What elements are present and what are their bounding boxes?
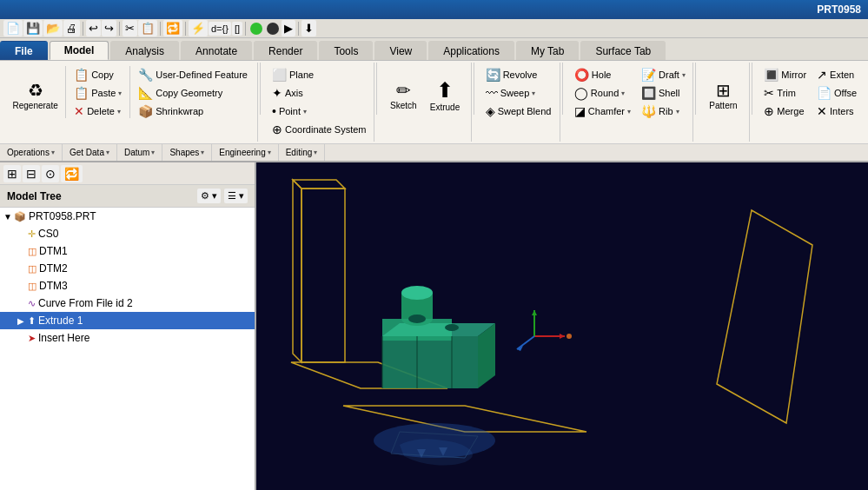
tree-item-dtm3[interactable]: ◫ DTM3 bbox=[0, 277, 255, 295]
tree-cols-btn[interactable]: ☰ ▾ bbox=[224, 189, 248, 203]
pattern-button[interactable]: ⊞ Pattern bbox=[703, 66, 743, 125]
tab-analysis[interactable]: Analysis bbox=[110, 41, 179, 60]
coord-system-button[interactable]: ⊕ Coordinate System bbox=[268, 121, 371, 138]
user-defined-feature-button[interactable]: 🔧 User-Defined Feature bbox=[134, 66, 252, 83]
merge-label: Merge bbox=[777, 106, 804, 116]
shell-icon: 🔲 bbox=[641, 87, 656, 99]
redo-btn[interactable]: ↪ bbox=[102, 20, 116, 36]
offset-icon: 📄 bbox=[817, 87, 832, 99]
label-shapes-text: Shapes bbox=[169, 148, 199, 157]
save-btn[interactable]: 💾 bbox=[23, 20, 43, 36]
paste-button[interactable]: 📋 Paste ▾ bbox=[70, 84, 126, 102]
ribbon-group-pattern: ⊞ Pattern bbox=[698, 63, 750, 142]
label-shapes[interactable]: Shapes ▾ bbox=[162, 144, 212, 161]
copy-qa-btn[interactable]: 📋 bbox=[138, 20, 157, 36]
tree-settings-btn[interactable]: ⚙ ▾ bbox=[197, 189, 221, 203]
new-btn[interactable]: 📄 bbox=[3, 20, 23, 36]
swept-blend-icon: ◈ bbox=[486, 105, 495, 117]
label-editing[interactable]: Editing ▾ bbox=[279, 144, 326, 161]
point-arrow: ▾ bbox=[303, 108, 307, 116]
tab-tools[interactable]: Tools bbox=[319, 41, 373, 60]
extend-button[interactable]: ↗ Exten bbox=[812, 66, 861, 83]
label-operations[interactable]: Operations ▾ bbox=[0, 144, 63, 161]
ribbon: File Model Analysis Annotate Render Tool… bbox=[0, 38, 868, 162]
sketch-button[interactable]: ✏ Sketch bbox=[384, 66, 422, 125]
copy-geometry-button[interactable]: 📐 Copy Geometry bbox=[134, 84, 252, 102]
mirror-label: Mirror bbox=[781, 70, 806, 80]
tab-applications[interactable]: Applications bbox=[428, 41, 514, 60]
tree-view-btn4[interactable]: 🔁 bbox=[61, 165, 83, 182]
mirror-button[interactable]: 🔳 Mirror bbox=[759, 66, 811, 83]
delete-button[interactable]: ✕ Delete ▾ bbox=[70, 103, 126, 120]
label-getdata[interactable]: Get Data ▾ bbox=[63, 144, 117, 161]
open-btn[interactable]: 📂 bbox=[43, 20, 63, 36]
repeat-btn[interactable]: 🔁 bbox=[163, 20, 182, 36]
undo-btn[interactable]: ↩ bbox=[86, 20, 101, 36]
bracket-btn[interactable]: [] bbox=[232, 22, 242, 36]
tab-view[interactable]: View bbox=[374, 41, 427, 60]
copy-button[interactable]: 📋 Copy bbox=[70, 66, 126, 83]
chamfer-button[interactable]: ◪ Chamfer ▾ bbox=[570, 103, 635, 120]
copy-geom-icon: 📐 bbox=[138, 87, 153, 99]
tab-mytab[interactable]: My Tab bbox=[516, 41, 579, 60]
dim-btn[interactable]: d={} bbox=[209, 22, 231, 36]
merge-button[interactable]: ⊕ Merge bbox=[759, 103, 811, 120]
regenerate-button[interactable]: ♻ Regenerate bbox=[9, 66, 62, 125]
round-button[interactable]: ◯ Round ▾ bbox=[570, 84, 635, 102]
hole-label: Hole bbox=[592, 70, 612, 80]
label-editing-text: Editing bbox=[286, 148, 313, 157]
viewport-3d[interactable] bbox=[256, 162, 868, 490]
tree-item-dtm1[interactable]: ◫ DTM1 bbox=[0, 242, 255, 260]
tab-model[interactable]: Model bbox=[50, 41, 109, 60]
lightning-btn[interactable]: ⚡ bbox=[189, 20, 208, 36]
tab-file[interactable]: File bbox=[0, 41, 48, 60]
label-engineering[interactable]: Engineering ▾ bbox=[212, 144, 278, 161]
revolve-button[interactable]: 🔄 Revolve bbox=[481, 66, 556, 83]
print-btn[interactable]: 🖨 bbox=[63, 20, 80, 36]
axis-button[interactable]: ✦ Axis bbox=[268, 84, 371, 102]
extrude-button[interactable]: ⬆ Extrude bbox=[424, 66, 465, 125]
draft-button[interactable]: 📝 Draft ▾ bbox=[637, 66, 690, 83]
root-label: PRT0958.PRT bbox=[29, 210, 96, 222]
sep5 bbox=[245, 22, 246, 36]
shrinkwrap-button[interactable]: 📦 Shrinkwrap bbox=[134, 103, 252, 120]
plane-button[interactable]: ⬜ Plane bbox=[268, 66, 371, 83]
shell-button[interactable]: 🔲 Shell bbox=[637, 84, 690, 102]
run-btn[interactable]: ▶ bbox=[282, 20, 295, 36]
cs0-icon: ✛ bbox=[28, 228, 36, 240]
hole-button[interactable]: ⭕ Hole bbox=[570, 66, 635, 83]
tab-render[interactable]: Render bbox=[254, 41, 317, 60]
coord-label: Coordinate System bbox=[285, 124, 367, 135]
point-button[interactable]: • Point ▾ bbox=[268, 103, 371, 120]
swept-blend-button[interactable]: ◈ Swept Blend bbox=[481, 103, 556, 120]
viewport-svg bbox=[256, 162, 868, 490]
intersect-button[interactable]: ✕ Inters bbox=[812, 103, 861, 120]
rib-button[interactable]: 🔱 Rib ▾ bbox=[637, 103, 690, 120]
tree-view-btn2[interactable]: ⊟ bbox=[23, 165, 40, 182]
tab-annotate[interactable]: Annotate bbox=[181, 41, 252, 60]
tree-item-insert[interactable]: ➤ Insert Here bbox=[0, 329, 255, 347]
label-datum-arrow: ▾ bbox=[151, 149, 155, 156]
ribbon-group-operations: ♻ Regenerate 📋 Copy 📋 Paste ▾ bbox=[3, 63, 258, 142]
tree-item-root[interactable]: ▼ 📦 PRT0958.PRT bbox=[0, 208, 255, 225]
tree-item-extrude1[interactable]: ▶ ⬆ Extrude 1 bbox=[0, 312, 255, 329]
tree-item-curve[interactable]: ∿ Curve From File id 2 bbox=[0, 295, 255, 312]
tree-view-btn1[interactable]: ⊞ bbox=[3, 165, 21, 182]
curve-label: Curve From File id 2 bbox=[38, 297, 133, 309]
editing-col1: 🔳 Mirror ✂ Trim ⊕ Merge bbox=[759, 66, 811, 120]
sweep-button[interactable]: 〰 Sweep ▾ bbox=[481, 84, 556, 102]
tab-surfacetab[interactable]: Surface Tab bbox=[580, 41, 666, 60]
tree-item-dtm2[interactable]: ◫ DTM2 bbox=[0, 260, 255, 277]
trim-label: Trim bbox=[777, 88, 796, 98]
tree-item-cs0[interactable]: ✛ CS0 bbox=[0, 225, 255, 242]
down-btn[interactable]: ⬇ bbox=[301, 20, 316, 36]
offset-button[interactable]: 📄 Offse bbox=[812, 84, 861, 102]
ext1-icon: ⬆ bbox=[28, 315, 36, 327]
tree-view-btn3[interactable]: ⊙ bbox=[42, 165, 59, 182]
label-datum[interactable]: Datum ▾ bbox=[117, 144, 162, 161]
label-getdata-text: Get Data bbox=[70, 148, 104, 157]
root-icon: 📦 bbox=[14, 211, 26, 222]
trim-button[interactable]: ✂ Trim bbox=[759, 84, 811, 102]
draft-arrow: ▾ bbox=[682, 71, 686, 79]
cut-btn[interactable]: ✂ bbox=[123, 20, 137, 36]
